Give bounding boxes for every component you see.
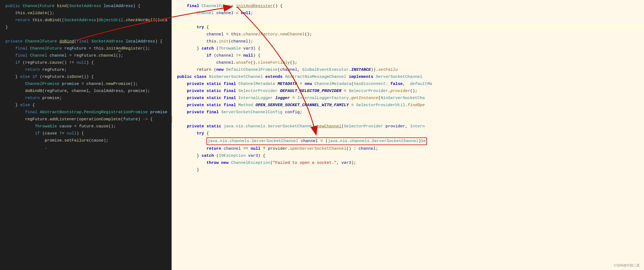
r-code-line-3 (172, 17, 644, 24)
r-code-line-4: try { (172, 24, 644, 31)
code-line-3: return this.doBind((SocketAddress)Object… (0, 17, 171, 24)
code-line-4: } (0, 24, 171, 31)
right-code-panel: final ChannelFuture initAndRegister() { … (172, 0, 644, 270)
code-line-11: } else if (regFuture.isDone()) { (0, 73, 171, 81)
code-line-7: final ChannelFuture regFuture = this.ini… (0, 45, 171, 52)
r-code-line-8: if (channel != null) { (172, 52, 644, 59)
r-code-line-24: } (172, 167, 644, 174)
code-line-13: doBind0(regFuture, channel, localAddress… (0, 88, 171, 95)
code-line-16: final AbstractBootstrap.PendingRegistrat… (0, 109, 171, 116)
code-line-5 (0, 31, 171, 38)
code-line-20: promise.setFailure(cause); (0, 137, 171, 144)
code-line-19: if (cause != null) { (0, 130, 171, 137)
r-code-line-17 (172, 116, 644, 123)
r-code-line-7: } catch (Throwable var3) { (172, 45, 644, 52)
code-line-12: ChannelPromise promise = channel.newProm… (0, 81, 171, 88)
r-code-line-21: return channel == null ? provider.openSe… (172, 145, 644, 152)
r-code-line-22: } catch (IOException var3) { (172, 152, 644, 159)
r-code-line-18: private static java.nio.channels.ServerS… (172, 123, 644, 130)
code-line-21: . (0, 144, 171, 151)
r-code-line-9: channel.unsafe().closeForcibly(); (172, 59, 644, 66)
code-line-2: this.validate(); (0, 10, 171, 17)
r-code-line-1: final ChannelFuture initAndRegister() { (172, 3, 644, 10)
r-code-line-6: this.init(channel); (172, 38, 644, 45)
r-code-line-5: channel = this.channelFactory.newChannel… (172, 31, 644, 38)
r-code-line-10: return (new DefaultChannelPromise(channe… (172, 66, 644, 73)
code-line-6: private ChannelFuture doBind(final Socke… (0, 38, 171, 45)
r-code-line-20: java.nio.channels.ServerSocketChannel ch… (172, 137, 644, 145)
r-code-line-12: private static final ChannelMetadata MET… (172, 81, 644, 88)
code-line-9: if (regFuture.cause() != null) { (0, 59, 171, 66)
r-code-line-16: private final ServerSocketChannelConfig … (172, 109, 644, 116)
r-code-line-15: private static final Method OPEN_SERVER_… (172, 102, 644, 109)
watermark: CSDN@叫我二蛋 (614, 263, 640, 268)
code-line-17: regFuture.addListener(operationComplete(… (0, 116, 171, 123)
code-line-18: Throwable cause = future.cause(); (0, 123, 171, 130)
r-code-line-2: Channel channel = null; (172, 10, 644, 17)
code-line-14: return promise; (0, 95, 171, 102)
code-line-15: } else { (0, 102, 171, 109)
code-line-1: public ChannelFuture bind(SocketAddress … (0, 3, 171, 10)
r-code-line-23: throw new ChannelException("Failed to op… (172, 159, 644, 167)
r-code-line-11: public class NioServerSocketChannel exte… (172, 73, 644, 81)
r-code-line-14: private static final InternalLogger logg… (172, 95, 644, 102)
left-code-panel: public ChannelFuture bind(SocketAddress … (0, 0, 172, 270)
r-code-line-19: try { (172, 130, 644, 137)
code-line-8: final Channel channel = regFuture.channe… (0, 52, 171, 59)
code-line-10: return regFuture; (0, 66, 171, 73)
r-code-line-13: private static final SelectorProvider DE… (172, 88, 644, 95)
